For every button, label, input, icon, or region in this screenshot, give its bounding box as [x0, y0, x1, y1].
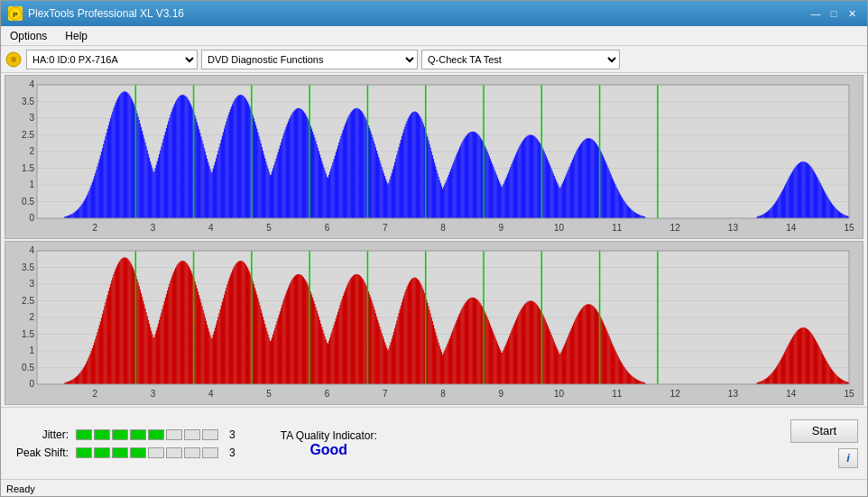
progress-segment	[112, 447, 128, 458]
progress-segment	[76, 447, 92, 458]
test-select[interactable]: Q-Check TA Test	[421, 50, 620, 69]
top-chart-container	[5, 75, 863, 239]
top-chart	[5, 76, 863, 238]
main-window: P PlexTools Professional XL V3.16 — □ ✕ …	[0, 0, 868, 497]
bottom-chart-container	[5, 241, 863, 405]
progress-segment	[202, 447, 218, 458]
svg-point-3	[11, 57, 16, 62]
progress-segment	[202, 429, 218, 440]
progress-segment	[148, 429, 164, 440]
peak-shift-row: Peak Shift: 3	[10, 446, 235, 459]
device-select[interactable]: HA:0 ID:0 PX-716A	[26, 50, 198, 69]
ta-quality-label: TA Quality Indicator:	[281, 429, 377, 442]
progress-segment	[112, 429, 128, 440]
bottom-chart	[5, 242, 863, 404]
device-icon	[5, 51, 23, 69]
start-btn-area: Start i	[790, 419, 858, 468]
status-text: Ready	[6, 483, 35, 494]
window-title: PlexTools Professional XL V3.16	[28, 7, 184, 20]
ta-quality-value: Good	[309, 442, 347, 458]
function-select[interactable]: DVD Diagnostic Functions	[201, 50, 418, 69]
progress-segment	[184, 447, 200, 458]
app-icon: P	[8, 6, 23, 21]
maximize-button[interactable]: □	[826, 6, 842, 21]
jitter-progress	[76, 429, 218, 440]
progress-segment	[184, 429, 200, 440]
title-bar: P PlexTools Professional XL V3.16 — □ ✕	[1, 1, 867, 26]
menu-bar: Options Help	[1, 26, 867, 46]
minimize-button[interactable]: —	[808, 6, 824, 21]
jitter-row: Jitter: 3	[10, 428, 235, 441]
svg-text:P: P	[13, 11, 18, 19]
start-button[interactable]: Start	[790, 419, 858, 443]
metrics-left: Jitter: 3 Peak Shift: 3	[10, 428, 235, 459]
charts-area	[1, 73, 867, 407]
progress-segment	[166, 429, 182, 440]
peak-shift-label: Peak Shift:	[10, 446, 69, 459]
status-bar: Ready	[1, 479, 867, 496]
progress-segment	[148, 447, 164, 458]
progress-segment	[94, 447, 110, 458]
peak-shift-value: 3	[229, 446, 235, 459]
title-bar-left: P PlexTools Professional XL V3.16	[8, 6, 184, 21]
ta-quality-section: TA Quality Indicator: Good	[281, 429, 377, 458]
progress-segment	[76, 429, 92, 440]
info-button[interactable]: i	[838, 448, 858, 468]
window-controls: — □ ✕	[808, 6, 860, 21]
peak-shift-progress	[76, 447, 218, 458]
jitter-value: 3	[229, 428, 235, 441]
menu-help[interactable]: Help	[60, 28, 93, 44]
toolbar: HA:0 ID:0 PX-716A DVD Diagnostic Functio…	[1, 46, 867, 73]
progress-segment	[94, 429, 110, 440]
main-content: Jitter: 3 Peak Shift: 3 TA Quality Indic…	[1, 73, 867, 496]
menu-options[interactable]: Options	[5, 28, 52, 44]
progress-segment	[130, 447, 146, 458]
bottom-panel: Jitter: 3 Peak Shift: 3 TA Quality Indic…	[1, 407, 867, 479]
progress-segment	[130, 429, 146, 440]
close-button[interactable]: ✕	[844, 6, 860, 21]
progress-segment	[166, 447, 182, 458]
jitter-label: Jitter:	[10, 428, 69, 441]
